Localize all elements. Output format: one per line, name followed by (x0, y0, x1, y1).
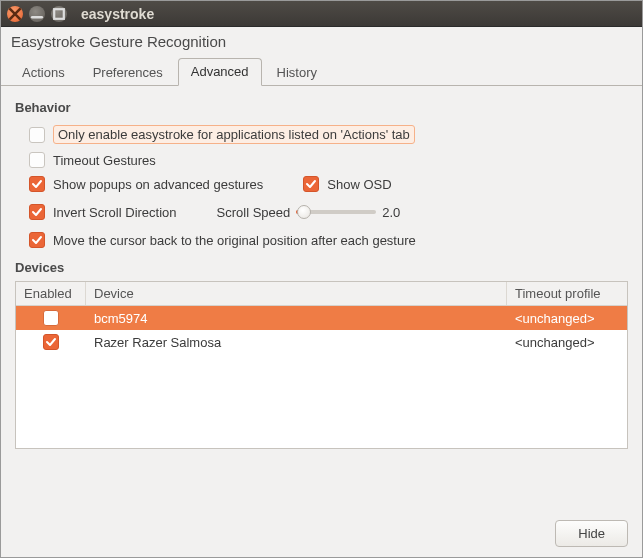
devices-table: Enabled Device Timeout profile bcm5974 <… (15, 281, 628, 449)
only-enable-row: Only enable easystroke for applications … (15, 121, 628, 148)
move-cursor-row: Move the cursor back to the original pos… (15, 228, 628, 252)
show-osd-checkbox[interactable] (303, 176, 319, 192)
scroll-speed-value: 2.0 (382, 205, 400, 220)
show-osd-label: Show OSD (327, 177, 391, 192)
app-window: easystroke Easystroke Gesture Recognitio… (0, 0, 643, 558)
move-cursor-checkbox[interactable] (29, 232, 45, 248)
window-title: easystroke (81, 6, 154, 22)
col-timeout[interactable]: Timeout profile (507, 282, 627, 305)
tab-advanced[interactable]: Advanced (178, 58, 262, 86)
only-enable-checkbox[interactable] (29, 127, 45, 143)
maximize-icon[interactable] (51, 6, 67, 22)
tabs: Actions Preferences Advanced History (1, 58, 642, 86)
tab-actions[interactable]: Actions (9, 59, 78, 86)
table-row[interactable]: bcm5974 <unchanged> (16, 306, 627, 330)
device-timeout: <unchanged> (507, 335, 627, 350)
timeout-gestures-label: Timeout Gestures (53, 153, 156, 168)
table-header: Enabled Device Timeout profile (16, 282, 627, 306)
device-timeout: <unchanged> (507, 311, 627, 326)
behavior-heading: Behavior (15, 100, 628, 115)
col-enabled[interactable]: Enabled (16, 282, 86, 305)
svg-rect-0 (54, 9, 64, 19)
device-name: Razer Razer Salmosa (86, 335, 507, 350)
table-row[interactable]: Razer Razer Salmosa <unchanged> (16, 330, 627, 354)
col-device[interactable]: Device (86, 282, 507, 305)
scroll-speed-label: Scroll Speed (217, 205, 291, 220)
show-popups-checkbox[interactable] (29, 176, 45, 192)
device-name: bcm5974 (86, 311, 507, 326)
tab-history[interactable]: History (264, 59, 330, 86)
slider-thumb-icon[interactable] (297, 205, 311, 219)
device-enabled-checkbox[interactable] (43, 310, 59, 326)
invert-scroll-label: Invert Scroll Direction (53, 205, 177, 220)
footer: Hide (555, 520, 628, 547)
show-popups-label: Show popups on advanced gestures (53, 177, 263, 192)
titlebar: easystroke (1, 1, 642, 27)
close-icon[interactable] (7, 6, 23, 22)
move-cursor-label: Move the cursor back to the original pos… (53, 233, 416, 248)
device-enabled-checkbox[interactable] (43, 334, 59, 350)
devices-heading: Devices (15, 260, 628, 275)
window-subtitle: Easystroke Gesture Recognition (1, 27, 642, 58)
timeout-gestures-checkbox[interactable] (29, 152, 45, 168)
timeout-gestures-row: Timeout Gestures (15, 148, 628, 172)
scroll-speed-slider[interactable] (296, 210, 376, 214)
invert-scroll-checkbox[interactable] (29, 204, 45, 220)
minimize-icon[interactable] (29, 6, 45, 22)
tab-preferences[interactable]: Preferences (80, 59, 176, 86)
only-enable-label: Only enable easystroke for applications … (53, 125, 415, 144)
hide-button[interactable]: Hide (555, 520, 628, 547)
advanced-panel: Behavior Only enable easystroke for appl… (1, 86, 642, 457)
